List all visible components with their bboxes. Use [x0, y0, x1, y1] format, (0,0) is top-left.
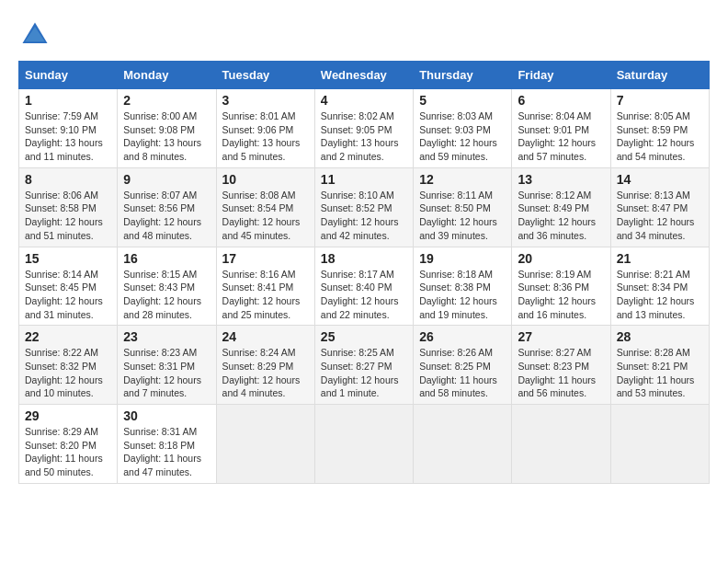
- day-number: 1: [25, 93, 111, 108]
- table-row: 16 Sunrise: 8:15 AMSunset: 8:43 PMDaylig…: [118, 247, 216, 326]
- day-number: 28: [617, 329, 703, 344]
- day-detail: Sunrise: 8:13 AMSunset: 8:47 PMDaylight:…: [617, 190, 695, 241]
- day-number: 8: [25, 172, 111, 187]
- table-row: 3 Sunrise: 8:01 AMSunset: 9:06 PMDayligh…: [216, 89, 314, 168]
- day-detail: Sunrise: 8:03 AMSunset: 9:03 PMDaylight:…: [419, 110, 497, 162]
- col-wednesday: Wednesday: [314, 62, 413, 89]
- day-number: 5: [419, 93, 506, 108]
- day-number: 9: [123, 172, 210, 187]
- day-detail: Sunrise: 8:18 AMSunset: 8:38 PMDaylight:…: [419, 269, 497, 320]
- day-number: 17: [222, 251, 309, 266]
- table-row: 9 Sunrise: 8:07 AMSunset: 8:56 PMDayligh…: [118, 167, 216, 247]
- table-row: 30 Sunrise: 8:31 AMSunset: 8:18 PMDaylig…: [118, 405, 216, 484]
- day-number: 19: [419, 251, 506, 266]
- day-detail: Sunrise: 8:01 AMSunset: 9:06 PMDaylight:…: [222, 110, 301, 162]
- table-row: 20 Sunrise: 8:19 AMSunset: 8:36 PMDaylig…: [512, 247, 610, 326]
- empty-cell: [216, 405, 314, 484]
- day-detail: Sunrise: 8:04 AMSunset: 9:01 PMDaylight:…: [518, 110, 596, 162]
- day-number: 27: [518, 329, 604, 344]
- day-detail: Sunrise: 8:10 AMSunset: 8:52 PMDaylight:…: [321, 190, 399, 241]
- empty-cell: [610, 405, 709, 484]
- day-number: 4: [321, 93, 407, 108]
- day-detail: Sunrise: 8:17 AMSunset: 8:40 PMDaylight:…: [321, 269, 399, 320]
- day-detail: Sunrise: 8:31 AMSunset: 8:18 PMDaylight:…: [123, 426, 201, 477]
- table-row: 27 Sunrise: 8:27 AMSunset: 8:23 PMDaylig…: [512, 326, 610, 405]
- day-detail: Sunrise: 8:22 AMSunset: 8:32 PMDaylight:…: [25, 347, 103, 398]
- day-number: 23: [123, 329, 210, 344]
- day-detail: Sunrise: 8:00 AMSunset: 9:08 PMDaylight:…: [123, 110, 201, 162]
- empty-cell: [414, 405, 512, 484]
- col-friday: Friday: [512, 62, 610, 89]
- empty-cell: [314, 405, 413, 484]
- day-detail: Sunrise: 8:21 AMSunset: 8:34 PMDaylight:…: [617, 269, 695, 320]
- table-row: 21 Sunrise: 8:21 AMSunset: 8:34 PMDaylig…: [610, 247, 709, 326]
- day-detail: Sunrise: 7:59 AMSunset: 9:10 PMDaylight:…: [25, 110, 103, 162]
- day-number: 14: [617, 172, 703, 187]
- col-monday: Monday: [118, 62, 216, 89]
- day-detail: Sunrise: 8:06 AMSunset: 8:58 PMDaylight:…: [25, 190, 103, 241]
- day-detail: Sunrise: 8:24 AMSunset: 8:29 PMDaylight:…: [222, 347, 301, 398]
- day-number: 10: [222, 172, 309, 187]
- day-number: 18: [321, 251, 407, 266]
- table-row: 18 Sunrise: 8:17 AMSunset: 8:40 PMDaylig…: [314, 247, 413, 326]
- table-row: 25 Sunrise: 8:25 AMSunset: 8:27 PMDaylig…: [314, 326, 413, 405]
- day-detail: Sunrise: 8:16 AMSunset: 8:41 PMDaylight:…: [222, 269, 301, 320]
- table-row: 1 Sunrise: 7:59 AMSunset: 9:10 PMDayligh…: [19, 89, 118, 168]
- table-row: 13 Sunrise: 8:12 AMSunset: 8:49 PMDaylig…: [512, 167, 610, 247]
- calendar-header-row: Sunday Monday Tuesday Wednesday Thursday…: [19, 62, 710, 89]
- table-row: 26 Sunrise: 8:26 AMSunset: 8:25 PMDaylig…: [414, 326, 512, 405]
- table-row: 7 Sunrise: 8:05 AMSunset: 8:59 PMDayligh…: [610, 89, 709, 168]
- day-number: 22: [25, 329, 111, 344]
- col-sunday: Sunday: [19, 62, 118, 89]
- day-number: 11: [321, 172, 407, 187]
- page-header: [18, 18, 710, 52]
- col-saturday: Saturday: [610, 62, 709, 89]
- day-number: 6: [518, 93, 604, 108]
- day-number: 12: [419, 172, 506, 187]
- table-row: 19 Sunrise: 8:18 AMSunset: 8:38 PMDaylig…: [414, 247, 512, 326]
- calendar-table: Sunday Monday Tuesday Wednesday Thursday…: [18, 61, 710, 484]
- table-row: 14 Sunrise: 8:13 AMSunset: 8:47 PMDaylig…: [610, 167, 709, 247]
- table-row: 15 Sunrise: 8:14 AMSunset: 8:45 PMDaylig…: [19, 247, 118, 326]
- day-detail: Sunrise: 8:19 AMSunset: 8:36 PMDaylight:…: [518, 269, 596, 320]
- table-row: 10 Sunrise: 8:08 AMSunset: 8:54 PMDaylig…: [216, 167, 314, 247]
- day-number: 24: [222, 329, 309, 344]
- day-number: 2: [123, 93, 210, 108]
- table-row: 23 Sunrise: 8:23 AMSunset: 8:31 PMDaylig…: [118, 326, 216, 405]
- table-row: 24 Sunrise: 8:24 AMSunset: 8:29 PMDaylig…: [216, 326, 314, 405]
- table-row: 22 Sunrise: 8:22 AMSunset: 8:32 PMDaylig…: [19, 326, 118, 405]
- logo-icon: [18, 18, 51, 52]
- table-row: 28 Sunrise: 8:28 AMSunset: 8:21 PMDaylig…: [610, 326, 709, 405]
- table-row: 6 Sunrise: 8:04 AMSunset: 9:01 PMDayligh…: [512, 89, 610, 168]
- table-row: 11 Sunrise: 8:10 AMSunset: 8:52 PMDaylig…: [314, 167, 413, 247]
- table-row: 2 Sunrise: 8:00 AMSunset: 9:08 PMDayligh…: [118, 89, 216, 168]
- calendar-body: 1 Sunrise: 7:59 AMSunset: 9:10 PMDayligh…: [19, 89, 710, 484]
- col-tuesday: Tuesday: [216, 62, 314, 89]
- day-number: 29: [25, 408, 111, 423]
- day-detail: Sunrise: 8:07 AMSunset: 8:56 PMDaylight:…: [123, 190, 201, 241]
- day-detail: Sunrise: 8:23 AMSunset: 8:31 PMDaylight:…: [123, 347, 201, 398]
- day-detail: Sunrise: 8:27 AMSunset: 8:23 PMDaylight:…: [518, 347, 596, 398]
- day-detail: Sunrise: 8:14 AMSunset: 8:45 PMDaylight:…: [25, 269, 103, 320]
- day-detail: Sunrise: 8:26 AMSunset: 8:25 PMDaylight:…: [419, 347, 497, 398]
- table-row: 5 Sunrise: 8:03 AMSunset: 9:03 PMDayligh…: [414, 89, 512, 168]
- day-detail: Sunrise: 8:25 AMSunset: 8:27 PMDaylight:…: [321, 347, 399, 398]
- day-detail: Sunrise: 8:12 AMSunset: 8:49 PMDaylight:…: [518, 190, 596, 241]
- day-detail: Sunrise: 8:02 AMSunset: 9:05 PMDaylight:…: [321, 110, 399, 162]
- day-number: 15: [25, 251, 111, 266]
- day-detail: Sunrise: 8:28 AMSunset: 8:21 PMDaylight:…: [617, 347, 695, 398]
- day-detail: Sunrise: 8:11 AMSunset: 8:50 PMDaylight:…: [419, 190, 497, 241]
- table-row: 4 Sunrise: 8:02 AMSunset: 9:05 PMDayligh…: [314, 89, 413, 168]
- day-number: 25: [321, 329, 407, 344]
- day-detail: Sunrise: 8:15 AMSunset: 8:43 PMDaylight:…: [123, 269, 201, 320]
- table-row: 17 Sunrise: 8:16 AMSunset: 8:41 PMDaylig…: [216, 247, 314, 326]
- table-row: 29 Sunrise: 8:29 AMSunset: 8:20 PMDaylig…: [19, 405, 118, 484]
- table-row: 12 Sunrise: 8:11 AMSunset: 8:50 PMDaylig…: [414, 167, 512, 247]
- day-number: 21: [617, 251, 703, 266]
- day-detail: Sunrise: 8:05 AMSunset: 8:59 PMDaylight:…: [617, 110, 695, 162]
- day-detail: Sunrise: 8:08 AMSunset: 8:54 PMDaylight:…: [222, 190, 301, 241]
- day-number: 30: [123, 408, 210, 423]
- day-number: 16: [123, 251, 210, 266]
- logo: [18, 18, 55, 52]
- table-row: 8 Sunrise: 8:06 AMSunset: 8:58 PMDayligh…: [19, 167, 118, 247]
